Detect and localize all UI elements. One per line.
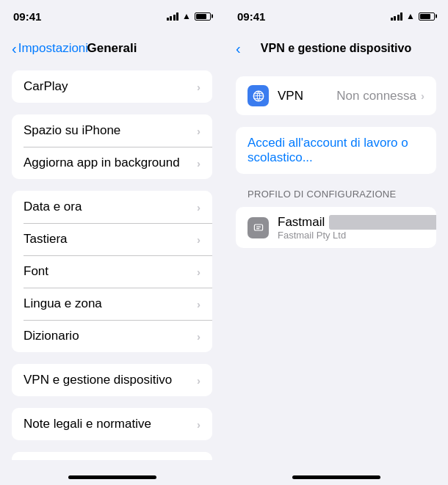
- chevron-right-icon: ›: [197, 81, 200, 93]
- chevron-right-icon: ›: [197, 157, 200, 169]
- dizionario-label: Dizionario: [24, 329, 79, 343]
- carplay-label: CarPlay: [24, 79, 68, 94]
- section-carplay: CarPlay ›: [12, 70, 212, 103]
- page-title-right: VPN e gestione dispositivo: [261, 42, 411, 55]
- work-account-link[interactable]: Accedi all'account di lavoro o scolastic…: [236, 127, 436, 174]
- profile-item[interactable]: Fastmail ████████████████ Fastmail Pty L…: [236, 207, 436, 248]
- home-indicator: [68, 475, 156, 479]
- wifi-icon: ▲: [182, 11, 191, 21]
- section-transfer: Trasferisci o inizializza iPhone › Spegn…: [12, 452, 212, 460]
- section-vpn: VPN e gestione dispositivo ›: [12, 364, 212, 396]
- back-button[interactable]: ‹ Impostazioni: [12, 41, 88, 56]
- lingua-label: Lingua e zona: [24, 296, 102, 311]
- right-panel: 09:41 ▲ ‹ VPN e gestione dispositivo: [224, 0, 448, 485]
- list-item-vpn-gestione[interactable]: VPN e gestione dispositivo ›: [12, 364, 212, 396]
- bottom-bar-left: [0, 460, 224, 485]
- profile-name: Fastmail: [278, 215, 325, 230]
- scroll-content-left: CarPlay › Spazio su iPhone › Aggiorna ap…: [0, 65, 224, 460]
- note-label: Note legali e normative: [24, 417, 151, 431]
- left-panel: 09:41 ▲ ‹ Impostazioni Generali CarPlay: [0, 0, 224, 485]
- svg-rect-1: [254, 225, 262, 230]
- chevron-left-icon: ‹: [12, 41, 17, 56]
- vpn-icon: [248, 85, 269, 106]
- list-item-spazio[interactable]: Spazio su iPhone ›: [12, 114, 212, 147]
- chevron-right-icon: ›: [197, 330, 200, 343]
- home-indicator: [292, 475, 380, 479]
- list-item-font[interactable]: Font ›: [12, 255, 212, 288]
- list-item-carplay[interactable]: CarPlay ›: [12, 70, 212, 103]
- battery-icon: [419, 12, 435, 21]
- section-locale: Data e ora › Tastiera › Font › Lingua e …: [12, 191, 212, 352]
- list-item-tastiera[interactable]: Tastiera ›: [12, 223, 212, 255]
- scroll-content-right: VPN Non connessa › Accedi all'account di…: [224, 65, 448, 460]
- battery-icon: [195, 12, 211, 21]
- vpn-label: VPN: [278, 89, 336, 103]
- chevron-right-icon: ›: [197, 201, 200, 214]
- section-storage: Spazio su iPhone › Aggiorna app in backg…: [12, 114, 212, 179]
- status-time-left: 09:41: [13, 10, 41, 23]
- list-item-aggiorna[interactable]: Aggiorna app in background ›: [12, 147, 212, 179]
- chevron-right-icon: ›: [197, 125, 200, 137]
- status-bar-left: 09:41 ▲: [0, 0, 224, 32]
- data-label: Data e ora: [24, 200, 82, 214]
- status-time-right: 09:41: [237, 10, 265, 23]
- profile-section-label: PROFILO DI CONFIGURAZIONE: [224, 189, 448, 204]
- status-icons-left: ▲: [167, 11, 211, 21]
- chevron-right-icon: ›: [197, 233, 200, 246]
- chevron-right-icon: ›: [197, 374, 200, 387]
- list-item-trasferisci[interactable]: Trasferisci o inizializza iPhone ›: [12, 452, 212, 460]
- back-label: Impostazioni: [18, 41, 88, 56]
- list-item-note[interactable]: Note legali e normative ›: [12, 408, 212, 440]
- vpn-gestione-label: VPN e gestione dispositivo: [24, 373, 172, 387]
- vpn-status: Non connessa: [336, 89, 416, 103]
- link-section: Accedi all'account di lavoro o scolastic…: [236, 127, 436, 174]
- chevron-right-icon: ›: [197, 298, 200, 310]
- profile-config-icon: [248, 217, 269, 238]
- list-item-lingua[interactable]: Lingua e zona ›: [12, 288, 212, 320]
- profile-blurred-text: ████████████████: [329, 215, 436, 230]
- section-legal: Note legali e normative ›: [12, 408, 212, 440]
- profile-text: Fastmail ████████████████ Fastmail Pty L…: [278, 215, 436, 241]
- wifi-icon: ▲: [406, 11, 415, 21]
- page-title-left: Generali: [87, 41, 137, 56]
- list-item-dizionario[interactable]: Dizionario ›: [12, 320, 212, 352]
- profile-section-header: PROFILO DI CONFIGURAZIONE: [224, 186, 448, 207]
- spazio-label: Spazio su iPhone: [24, 123, 120, 138]
- profile-subtitle: Fastmail Pty Ltd: [278, 230, 436, 241]
- list-item-data[interactable]: Data e ora ›: [12, 191, 212, 223]
- bottom-bar-right: [224, 460, 448, 485]
- vpn-item[interactable]: VPN Non connessa ›: [236, 76, 436, 115]
- tastiera-label: Tastiera: [24, 232, 68, 247]
- status-icons-right: ▲: [391, 11, 435, 21]
- font-label: Font: [24, 264, 48, 279]
- chevron-right-icon: ›: [421, 90, 424, 102]
- profile-section: Fastmail ████████████████ Fastmail Pty L…: [236, 207, 436, 248]
- chevron-right-icon: ›: [197, 418, 200, 431]
- status-bar-right: 09:41 ▲: [224, 0, 448, 32]
- back-button-right[interactable]: ‹: [236, 40, 241, 57]
- chevron-right-icon: ›: [197, 266, 200, 278]
- work-account-label: Accedi all'account di lavoro o scolastic…: [248, 136, 424, 165]
- aggiorna-label: Aggiorna app in background: [24, 156, 180, 170]
- nav-header-right: ‹ VPN e gestione dispositivo: [224, 32, 448, 65]
- nav-header-left: ‹ Impostazioni Generali: [0, 32, 224, 65]
- signal-icon: [391, 12, 403, 21]
- vpn-section: VPN Non connessa ›: [236, 76, 436, 115]
- signal-icon: [167, 12, 179, 21]
